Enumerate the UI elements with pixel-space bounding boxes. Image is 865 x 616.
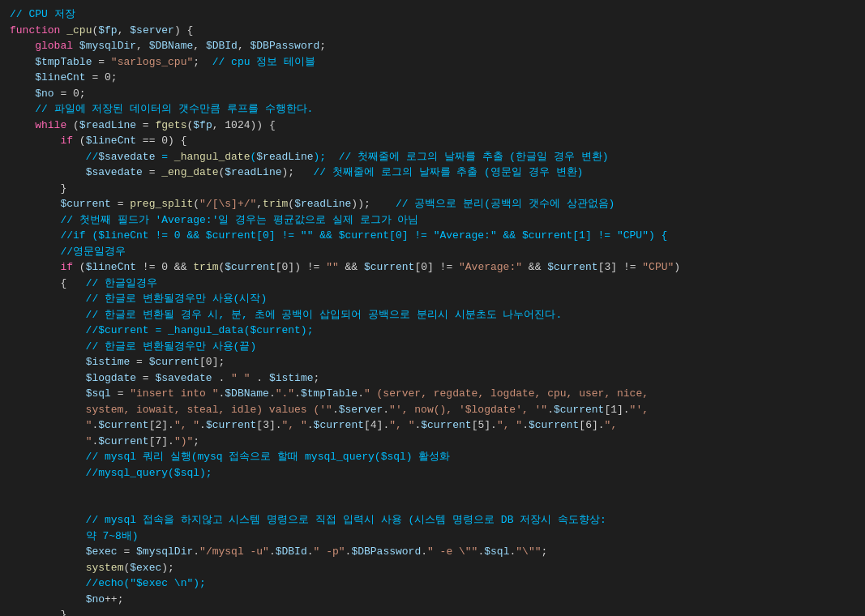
line-28: ".$current[7].")"; (10, 435, 199, 447)
line-7: // 파일에 저장된 데이터의 갯수만큼 루프를 수행한다. (10, 103, 313, 115)
line-15: //if ($lineCnt != 0 && $current[0] != ""… (10, 229, 667, 242)
line-24: $logdate = $savedate . " " . $istime; (10, 372, 319, 384)
line-9: if ($lineCnt == 0) { (10, 135, 186, 147)
line-33: 약 7~8배) (10, 530, 139, 542)
line-8: while ($readLine = fgets($fp, 1024)) { (10, 119, 276, 131)
line-29: // mysql 쿼리 실행(mysq 접속으로 할때 mysql_query(… (10, 451, 450, 463)
line-1: // CPU 저장 (10, 8, 75, 20)
line-22: // 한글로 변환될경우만 사용(끝) (10, 340, 256, 353)
line-19: // 한글로 변환될경우만 사용(시작) (10, 293, 267, 305)
line-5: $lineCnt = 0; (10, 71, 118, 83)
line-10: //$savedate = _hangul_date($readLine); /… (10, 151, 609, 163)
line-21: //$current = _hangul_data($current); (10, 324, 313, 336)
line-26: system, iowait, steal, idle) values ('".… (10, 404, 649, 416)
line-18: { // 한글일경우 (10, 277, 157, 289)
line-37: $no++; (10, 593, 123, 605)
line-12: } (10, 182, 66, 195)
line-32: // mysql 접속을 하지않고 시스템 명령으로 직접 입력시 사용 (시스… (10, 514, 606, 526)
line-11: $savedate = _eng_date($readLine); // 첫째줄… (10, 166, 583, 178)
line-27: ".$current[2].", ".$current[3].", ".$cur… (10, 419, 617, 431)
line-36: //echo("$exec \n"); (10, 577, 206, 589)
line-6: $no = 0; (10, 88, 86, 100)
line-25: $sql = "insert into ".$DBName.".".$tmpTa… (10, 387, 649, 400)
line-16: //영문일경우 (10, 246, 126, 258)
line-17: if ($lineCnt != 0 && trim($current[0]) !… (10, 261, 680, 273)
line-2: function _cpu($fp, $server) { (10, 24, 193, 36)
line-30: //mysql_query($sql); (10, 467, 212, 479)
line-38: } (10, 609, 66, 616)
line-35: system($exec); (10, 562, 174, 574)
code-container: // CPU 저장 function _cpu($fp, $server) { … (10, 6, 855, 616)
line-13: $current = preg_split("/[\s]+/",trim($re… (10, 198, 614, 210)
line-14: // 첫번째 필드가 'Average:'일 경우는 평균값으로 실제 로그가 … (10, 214, 418, 226)
line-3: global $mysqlDir, $DBName, $DBId, $DBPas… (10, 40, 326, 52)
line-34: $exec = $mysqlDir."/mysql -u".$DBId." -p… (10, 545, 547, 558)
line-23: $istime = $current[0]; (10, 356, 225, 368)
line-20: // 한글로 변환될 경우 시, 분, 초에 공백이 삽입되어 공백으로 분리시… (10, 309, 562, 321)
line-4: $tmpTable = "sarlogs_cpu"; // cpu 정보 테이블 (10, 56, 315, 68)
